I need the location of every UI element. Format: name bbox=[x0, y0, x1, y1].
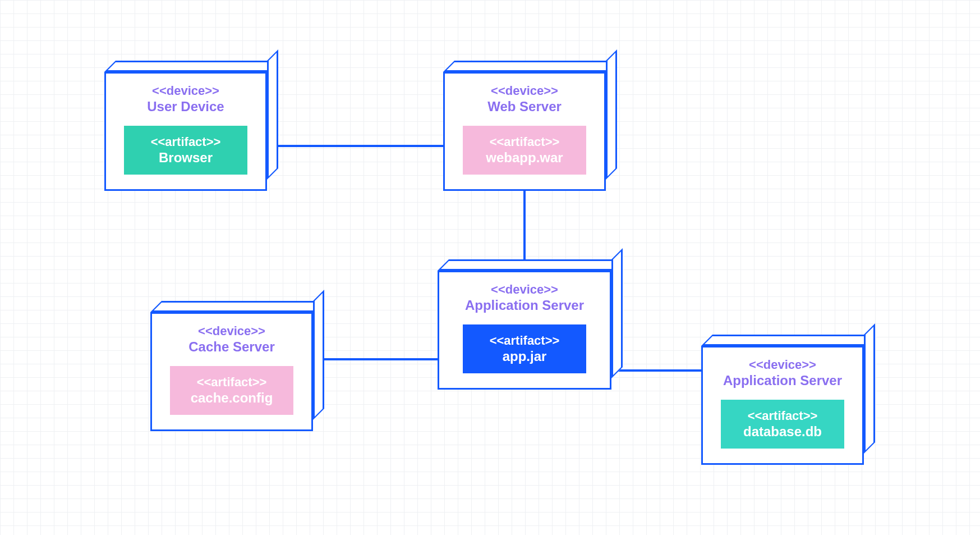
artifact-app-jar[interactable]: <<artifact>> app.jar bbox=[463, 324, 586, 373]
artifact-name: database.db bbox=[734, 424, 831, 440]
node-title: Cache Server bbox=[188, 339, 274, 355]
node-stereotype: <<device>> bbox=[491, 282, 558, 296]
node-web-server[interactable]: <<device>> Web Server <<artifact>> webap… bbox=[443, 61, 606, 191]
artifact-stereotype: <<artifact>> bbox=[476, 135, 573, 149]
node-stereotype: <<device>> bbox=[491, 84, 558, 98]
node-stereotype: <<device>> bbox=[152, 84, 219, 98]
node-db-server[interactable]: <<device>> Application Server <<artifact… bbox=[701, 335, 864, 465]
artifact-name: app.jar bbox=[476, 349, 573, 364]
artifact-browser[interactable]: <<artifact>> Browser bbox=[124, 126, 247, 175]
node-title: User Device bbox=[147, 99, 224, 115]
diagram-canvas: <<device>> User Device <<artifact>> Brow… bbox=[0, 0, 980, 535]
node-stereotype: <<device>> bbox=[749, 358, 816, 372]
node-cache-server[interactable]: <<device>> Cache Server <<artifact>> cac… bbox=[150, 301, 313, 431]
node-title: Web Server bbox=[487, 99, 562, 115]
artifact-stereotype: <<artifact>> bbox=[734, 409, 831, 423]
node-application-server[interactable]: <<device>> Application Server <<artifact… bbox=[438, 259, 611, 390]
artifact-stereotype: <<artifact>> bbox=[476, 333, 573, 347]
node-stereotype: <<device>> bbox=[198, 324, 265, 338]
artifact-webapp-war[interactable]: <<artifact>> webapp.war bbox=[463, 126, 586, 175]
node-title: Application Server bbox=[723, 373, 842, 388]
node-title: Application Server bbox=[465, 298, 584, 313]
artifact-stereotype: <<artifact>> bbox=[137, 135, 234, 149]
artifact-name: cache.config bbox=[183, 390, 280, 406]
artifact-database-db[interactable]: <<artifact>> database.db bbox=[721, 400, 844, 449]
artifact-name: webapp.war bbox=[476, 150, 573, 166]
node-user-device[interactable]: <<device>> User Device <<artifact>> Brow… bbox=[104, 61, 267, 191]
artifact-name: Browser bbox=[137, 150, 234, 166]
artifact-stereotype: <<artifact>> bbox=[183, 375, 280, 389]
artifact-cache-config[interactable]: <<artifact>> cache.config bbox=[170, 366, 293, 415]
